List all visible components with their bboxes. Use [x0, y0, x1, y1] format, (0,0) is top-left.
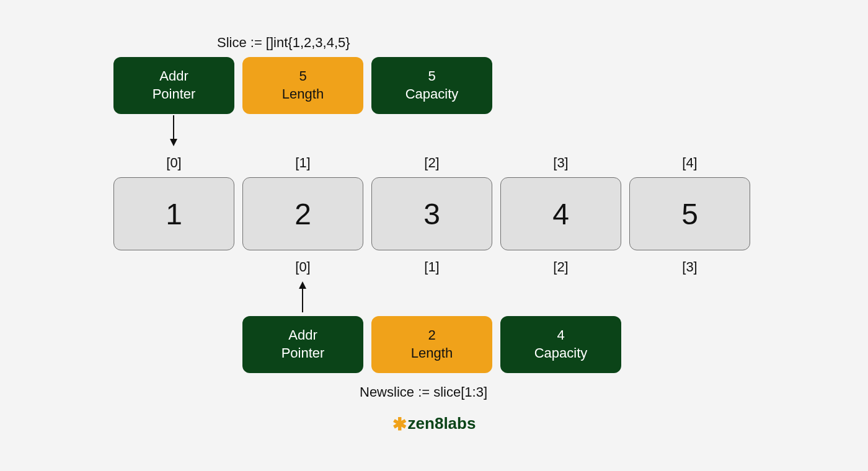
newslice-title: Newslice := slice[1:3] — [360, 384, 487, 400]
newslice-header-capacity-label: Capacity — [534, 345, 588, 363]
logo-text: zen8labs — [408, 414, 476, 433]
array-cell-3-value: 4 — [552, 197, 569, 231]
newslice-header-length: 2 Length — [371, 316, 492, 373]
array-cell-3: 4 — [500, 177, 621, 250]
newslice-header-pointer-l1: Addr — [288, 327, 317, 345]
array-cell-4: 5 — [629, 177, 750, 250]
top-index-4: [4] — [629, 155, 750, 171]
array-cell-0: 1 — [113, 177, 234, 250]
slice-header-capacity-value: 5 — [428, 68, 435, 86]
slice-header-length-label: Length — [282, 86, 324, 103]
top-index-2: [2] — [371, 155, 492, 171]
newslice-pointer-arrow — [295, 279, 310, 314]
newslice-header-capacity: 4 Capacity — [500, 316, 621, 373]
newslice-header-length-value: 2 — [428, 327, 435, 345]
slice-header-capacity-label: Capacity — [405, 86, 459, 103]
top-index-0: [0] — [113, 155, 234, 171]
slice-title: Slice := []int{1,2,3,4,5} — [217, 35, 350, 51]
array-cell-4-value: 5 — [681, 197, 698, 231]
top-index-1: [1] — [242, 155, 363, 171]
svg-marker-1 — [170, 139, 177, 146]
array-cell-1: 2 — [242, 177, 363, 250]
slice-pointer-arrow — [166, 114, 181, 149]
slice-header-pointer: Addr Pointer — [113, 57, 234, 114]
array-cell-1-value: 2 — [294, 197, 311, 231]
slice-header-length-value: 5 — [299, 68, 306, 86]
bottom-index-3: [3] — [629, 259, 750, 275]
newslice-header-pointer-l2: Pointer — [281, 345, 325, 363]
slice-header-pointer-l1: Addr — [159, 68, 188, 86]
diagram-stage: Slice := []int{1,2,3,4,5} Addr Pointer 5… — [0, 0, 868, 471]
bottom-index-2: [2] — [500, 259, 621, 275]
newslice-header-length-label: Length — [411, 345, 453, 363]
slice-header-capacity: 5 Capacity — [371, 57, 492, 114]
array-cell-2-value: 3 — [423, 197, 440, 231]
bottom-index-0: [0] — [242, 259, 363, 275]
logo: ✱zen8labs — [0, 414, 868, 434]
slice-header-length: 5 Length — [242, 57, 363, 114]
array-cell-0-value: 1 — [166, 197, 182, 231]
array-cell-2: 3 — [371, 177, 492, 250]
svg-marker-3 — [299, 281, 306, 289]
bottom-index-1: [1] — [371, 259, 492, 275]
slice-header-pointer-l2: Pointer — [153, 86, 196, 103]
newslice-header-capacity-value: 4 — [557, 327, 564, 345]
top-index-3: [3] — [500, 155, 621, 171]
newslice-header-pointer: Addr Pointer — [242, 316, 363, 373]
logo-asterisk-icon: ✱ — [392, 415, 407, 434]
